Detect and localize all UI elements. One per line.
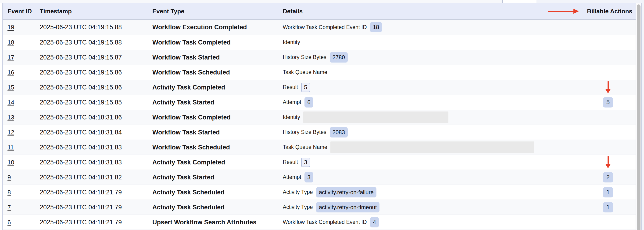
detail-value-badge: 4: [370, 217, 379, 227]
detail-label: Identity: [283, 39, 300, 45]
event-id-link[interactable]: 14: [8, 99, 14, 106]
toolbar-right-edge: [537, 0, 644, 3]
event-history-table: Event ID Timestamp Event Type Details Bi…: [2, 3, 642, 230]
table-row-event-9[interactable]: 92025-06-23 UTC 04:18:31.82Activity Task…: [3, 170, 641, 185]
detail-label: Attempt: [283, 99, 301, 105]
detail-value-badge: activity.retry-on-timeout: [316, 202, 380, 212]
event-timestamp: 2025-06-23 UTC 04:18:21.79: [40, 203, 122, 211]
table-row-event-19[interactable]: 192025-06-23 UTC 04:19:15.88Workflow Exe…: [3, 20, 641, 35]
event-timestamp: 2025-06-23 UTC 04:19:15.86: [40, 69, 122, 76]
table-row-event-12[interactable]: 122025-06-23 UTC 04:18:31.84Workflow Tas…: [3, 125, 641, 140]
detail-label: Activity Type: [283, 204, 313, 210]
event-timestamp: 2025-06-23 UTC 04:19:15.85: [40, 99, 122, 106]
event-type: Upsert Workflow Search Attributes: [152, 218, 256, 226]
scrollbar-thumb[interactable]: [637, 5, 640, 230]
event-timestamp: 2025-06-23 UTC 04:19:15.86: [40, 84, 122, 91]
event-timestamp: 2025-06-23 UTC 04:18:31.84: [40, 129, 122, 136]
table-row-event-8[interactable]: 82025-06-23 UTC 04:18:21.79Activity Task…: [3, 185, 641, 199]
table-row-event-16[interactable]: 162025-06-23 UTC 04:19:15.86Workflow Tas…: [3, 65, 641, 80]
event-type: Activity Task Started: [152, 99, 214, 106]
event-id-link[interactable]: 9: [8, 174, 11, 181]
event-id-link[interactable]: 11: [8, 144, 14, 151]
page-right-background: [642, 3, 644, 230]
event-type: Workflow Task Scheduled: [152, 144, 230, 151]
event-timestamp: 2025-06-23 UTC 04:19:15.87: [40, 54, 122, 61]
detail-label: Task Queue Name: [283, 69, 327, 75]
event-details: Identity: [283, 110, 599, 125]
red-arrow-down-icon: [605, 81, 611, 94]
table-row-event-13[interactable]: 132025-06-23 UTC 04:18:31.86Workflow Tas…: [3, 109, 641, 125]
table-row-event-6[interactable]: 62025-06-23 UTC 04:18:21.79Upsert Workfl…: [3, 214, 641, 229]
arrow-stem: [608, 81, 609, 89]
detail-label: History Size Bytes: [283, 54, 326, 60]
billable-actions-count: 2: [603, 172, 613, 182]
toolbar-bottom-edge: [0, 0, 644, 3]
event-timestamp: 2025-06-23 UTC 04:18:31.86: [40, 113, 122, 121]
event-timestamp: 2025-06-23 UTC 04:18:31.82: [40, 174, 122, 181]
arrow-head: [605, 164, 611, 168]
event-id-link[interactable]: 10: [8, 159, 14, 166]
event-timestamp: 2025-06-23 UTC 04:18:31.83: [40, 144, 122, 151]
table-row-event-10[interactable]: 102025-06-23 UTC 04:18:31.83Activity Tas…: [3, 155, 641, 170]
detail-label: Task Queue Name: [283, 144, 327, 150]
event-type: Workflow Task Completed: [152, 39, 231, 46]
detail-label: Result: [283, 159, 298, 165]
arrow-stem: [608, 156, 609, 164]
table-row-event-14[interactable]: 142025-06-23 UTC 04:19:15.85Activity Tas…: [3, 95, 641, 109]
redacted-value-box: [303, 111, 448, 123]
event-id-link[interactable]: 8: [8, 189, 11, 196]
table-row-event-17[interactable]: 172025-06-23 UTC 04:19:15.87Workflow Tas…: [3, 50, 641, 65]
event-id-link[interactable]: 6: [8, 218, 11, 226]
vertical-scrollbar[interactable]: [636, 3, 641, 230]
event-id-link[interactable]: 17: [8, 54, 14, 61]
event-type: Workflow Task Scheduled: [152, 69, 230, 76]
detail-value-badge: 3: [301, 158, 310, 167]
column-header-timestamp: Timestamp: [40, 3, 72, 19]
detail-label: Workflow Task Completed Event ID: [283, 24, 367, 31]
column-header-event-id: Event ID: [8, 3, 32, 19]
event-details: Attempt3: [283, 170, 599, 185]
event-details: Activity Typeactivity.retry-on-failure: [283, 185, 599, 199]
detail-value-badge: activity.retry-on-failure: [316, 187, 376, 197]
event-type: Workflow Task Completed: [152, 113, 231, 121]
billable-actions-count: 1: [603, 202, 613, 212]
event-id-link[interactable]: 7: [8, 203, 11, 211]
event-id-link[interactable]: 13: [8, 113, 14, 121]
event-type: Workflow Task Started: [152, 54, 220, 61]
table-header-row: Event ID Timestamp Event Type Details Bi…: [3, 3, 641, 20]
toolbar-dropdown-edge: [502, 0, 536, 3]
event-details: Result3: [283, 155, 599, 170]
detail-value-badge: 2083: [330, 127, 348, 138]
detail-label: Identity: [283, 114, 300, 121]
event-details: Identity: [283, 35, 599, 50]
event-details: History Size Bytes2780: [283, 50, 599, 65]
event-timestamp: 2025-06-23 UTC 04:18:21.79: [40, 218, 122, 226]
redacted-value-box: [330, 142, 534, 153]
detail-label: Activity Type: [283, 189, 313, 195]
event-id-link[interactable]: 18: [8, 39, 14, 46]
detail-label: Workflow Task Completed Event ID: [283, 219, 367, 225]
event-type: Workflow Task Started: [152, 129, 220, 136]
event-id-link[interactable]: 12: [8, 129, 14, 136]
event-id-link[interactable]: 16: [8, 69, 14, 76]
event-details: Attempt6: [283, 95, 599, 109]
table-row-event-7[interactable]: 72025-06-23 UTC 04:18:21.79Activity Task…: [3, 199, 641, 214]
detail-value-badge: 5: [301, 83, 310, 92]
table-row-event-15[interactable]: 152025-06-23 UTC 04:19:15.86Activity Tas…: [3, 80, 641, 95]
table-row-event-11[interactable]: 112025-06-23 UTC 04:18:31.83Workflow Tas…: [3, 140, 641, 155]
table-row-event-18[interactable]: 182025-06-23 UTC 04:19:15.88Workflow Tas…: [3, 35, 641, 50]
event-type: Activity Task Completed: [152, 84, 225, 91]
event-details: Workflow Task Completed Event ID4: [283, 215, 599, 229]
column-header-billable-actions: Billable Actions: [587, 3, 632, 19]
detail-value-badge: 2780: [330, 52, 348, 63]
column-header-event-type: Event Type: [152, 3, 184, 19]
detail-label: Result: [283, 84, 298, 90]
arrow-head: [605, 89, 611, 93]
red-arrow-down-icon: [605, 156, 611, 169]
event-type: Workflow Execution Completed: [152, 24, 247, 31]
event-id-link[interactable]: 19: [8, 24, 14, 31]
event-id-link[interactable]: 15: [8, 84, 14, 91]
detail-value-badge: 6: [304, 97, 313, 107]
event-type: Activity Task Scheduled: [152, 203, 224, 211]
red-arrow-right-icon: [548, 3, 578, 19]
